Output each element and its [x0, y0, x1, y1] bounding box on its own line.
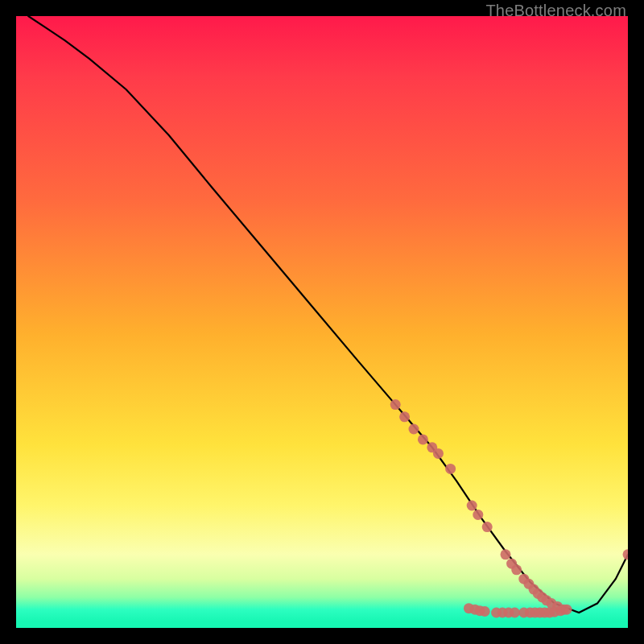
scatter-dot	[390, 399, 401, 410]
chart-plot	[16, 16, 628, 628]
chart-frame	[16, 16, 628, 628]
scatter-dot	[482, 522, 493, 532]
scatter-dot	[501, 549, 511, 559]
scatter-dot	[511, 564, 522, 575]
scatter-dot	[473, 510, 483, 520]
scatter-dot	[562, 605, 572, 615]
scatter-dot	[433, 448, 444, 459]
scatter-dot	[445, 464, 456, 474]
bottleneck-curve	[28, 16, 628, 613]
scatter-points-upper	[390, 399, 628, 615]
scatter-dot	[399, 411, 410, 422]
scatter-dot	[623, 549, 629, 559]
scatter-dot	[467, 501, 477, 511]
scatter-dot	[418, 434, 428, 444]
scatter-dot	[480, 606, 490, 617]
scatter-dot	[409, 424, 419, 435]
scatter-dot	[510, 608, 520, 618]
watermark-text: TheBottleneck.com	[485, 2, 626, 20]
